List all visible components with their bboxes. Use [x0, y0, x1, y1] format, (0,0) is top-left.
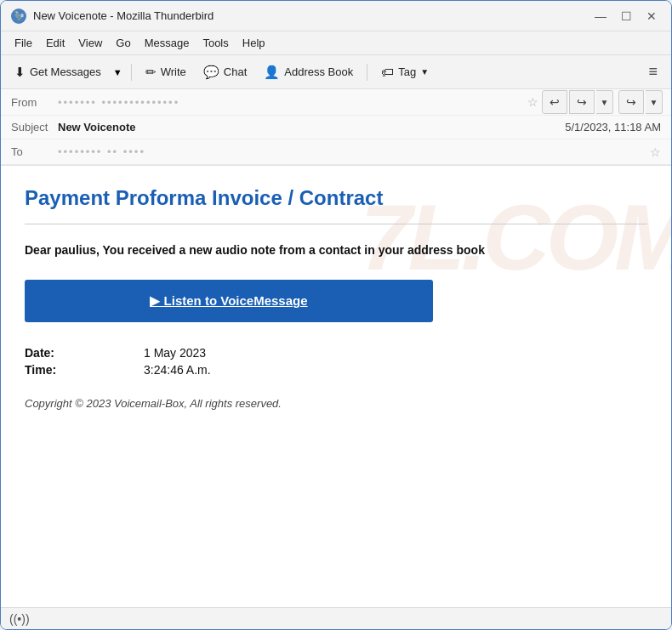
get-messages-button[interactable]: ⬇ Get Messages [8, 60, 108, 85]
email-header: From ••••••• •••••••••••••• ☆ ↩ ↪ ▼ ↪ ▼ … [1, 89, 671, 166]
forward-dropdown-button[interactable]: ▼ [646, 90, 663, 114]
reply-dropdown-button[interactable]: ▼ [596, 90, 613, 114]
reply-button[interactable]: ↩ [542, 90, 567, 114]
subject-value: New Voicenote [58, 121, 565, 133]
time-row: Time: 3:24:46 A.m. [25, 363, 647, 377]
maximize-button[interactable]: ☐ [617, 7, 635, 26]
divider [25, 224, 647, 224]
to-value: •••••••• •• •••• [58, 145, 645, 158]
write-button[interactable]: ✏ Write [139, 60, 193, 85]
address-book-button[interactable]: 👤 Address Book [257, 60, 360, 85]
subject-label: Subject [11, 121, 58, 133]
email-body-content: Payment Proforma Invoice / Contract Dear… [25, 186, 647, 410]
minimize-button[interactable]: — [591, 7, 610, 26]
address-book-label: Address Book [284, 65, 353, 78]
app-icon: 🦤 [11, 9, 26, 24]
write-icon: ✏ [145, 65, 157, 80]
reply-all-button[interactable]: ↪ [569, 90, 595, 114]
date-label: Date: [25, 346, 93, 360]
from-label: From [11, 96, 58, 109]
from-value: ••••••• •••••••••••••• [58, 96, 522, 109]
address-book-icon: 👤 [264, 65, 280, 80]
from-star-icon[interactable]: ☆ [527, 95, 538, 109]
to-label: To [11, 145, 58, 158]
subject-row: Subject New Voicenote 5/1/2023, 11:18 AM [1, 116, 671, 139]
greeting-text: Dear paulius, You received a new audio n… [25, 241, 647, 259]
main-window: 🦤 New Voicenote - Mozilla Thunderbird — … [0, 0, 672, 630]
email-content: 7L.COM Payment Proforma Invoice / Contra… [1, 166, 671, 607]
menu-help[interactable]: Help [236, 34, 272, 52]
email-date: 5/1/2023, 11:18 AM [565, 121, 661, 133]
date-row: Date: 1 May 2023 [25, 346, 647, 360]
toolbar-divider-2 [367, 64, 367, 81]
menu-edit[interactable]: Edit [39, 34, 71, 52]
chat-label: Chat [224, 65, 247, 78]
menu-go[interactable]: Go [109, 34, 137, 52]
hamburger-menu-button[interactable]: ≡ [641, 60, 664, 84]
listen-button[interactable]: ▶ Listen to VoiceMessage [25, 280, 433, 322]
tag-icon: 🏷 [381, 65, 394, 79]
info-table: Date: 1 May 2023 Time: 3:24:46 A.m. [25, 346, 647, 377]
reply-buttons: ↩ ↪ ▼ ↪ ▼ [542, 90, 671, 114]
title-bar: 🦤 New Voicenote - Mozilla Thunderbird — … [1, 1, 671, 31]
time-value: 3:24:46 A.m. [93, 363, 211, 377]
get-messages-label: Get Messages [30, 65, 101, 78]
forward-button[interactable]: ↪ [618, 90, 644, 114]
write-label: Write [161, 65, 186, 78]
connection-icon: ((•)) [9, 612, 30, 626]
menu-bar: File Edit View Go Message Tools Help [1, 31, 671, 55]
tag-dropdown-icon: ▼ [420, 67, 429, 77]
window-title: New Voicenote - Mozilla Thunderbird [33, 9, 591, 22]
menu-view[interactable]: View [71, 34, 109, 52]
tag-label: Tag [398, 65, 416, 78]
from-row: From ••••••• •••••••••••••• ☆ [1, 89, 542, 115]
to-star-icon[interactable]: ☆ [650, 145, 661, 159]
window-controls: — ☐ ✕ [591, 7, 661, 26]
tag-button[interactable]: 🏷 Tag ▼ [374, 60, 436, 85]
to-row: To •••••••• •• •••• ☆ [1, 139, 671, 165]
close-button[interactable]: ✕ [642, 7, 661, 26]
toolbar: ⬇ Get Messages ▼ ✏ Write 💬 Chat 👤 Addres… [1, 55, 671, 89]
time-label: Time: [25, 363, 93, 377]
menu-tools[interactable]: Tools [196, 34, 235, 52]
chat-button[interactable]: 💬 Chat [196, 60, 253, 85]
date-value: 1 May 2023 [93, 346, 206, 360]
status-bar: ((•)) [1, 607, 671, 629]
get-messages-icon: ⬇ [14, 65, 26, 80]
copyright-text: Copyright © 2023 Voicemail-Box, All righ… [25, 397, 647, 410]
invoice-title: Payment Proforma Invoice / Contract [25, 186, 647, 210]
get-messages-dropdown[interactable]: ▼ [111, 64, 124, 81]
email-body: 7L.COM Payment Proforma Invoice / Contra… [1, 166, 671, 427]
menu-file[interactable]: File [8, 34, 39, 52]
chat-icon: 💬 [203, 65, 219, 80]
toolbar-divider-1 [131, 64, 132, 81]
menu-message[interactable]: Message [138, 34, 196, 52]
